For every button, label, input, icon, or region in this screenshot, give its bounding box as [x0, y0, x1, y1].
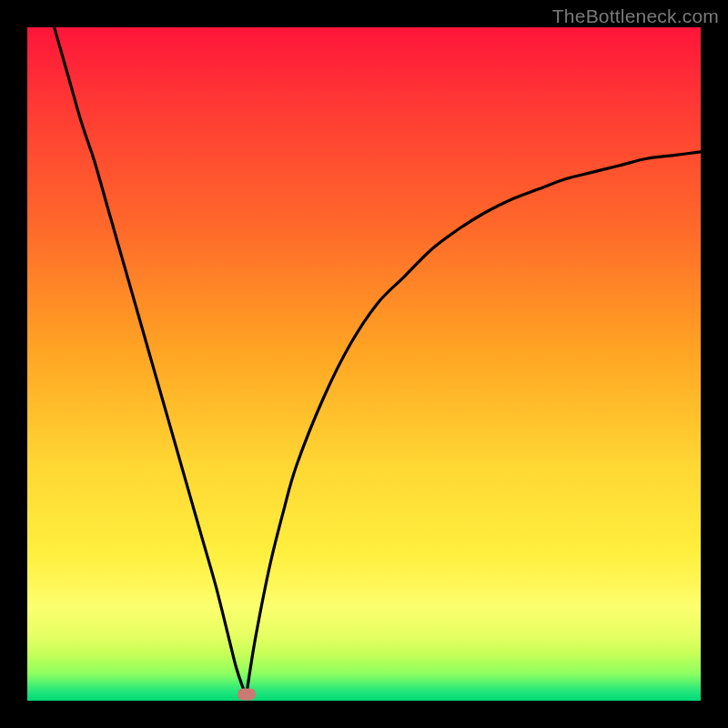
plot-area: [27, 27, 701, 701]
bottleneck-curve: [27, 27, 701, 701]
attribution-label: TheBottleneck.com: [552, 5, 719, 27]
optimum-marker: [238, 688, 256, 700]
chart-frame: TheBottleneck.com: [0, 0, 728, 728]
